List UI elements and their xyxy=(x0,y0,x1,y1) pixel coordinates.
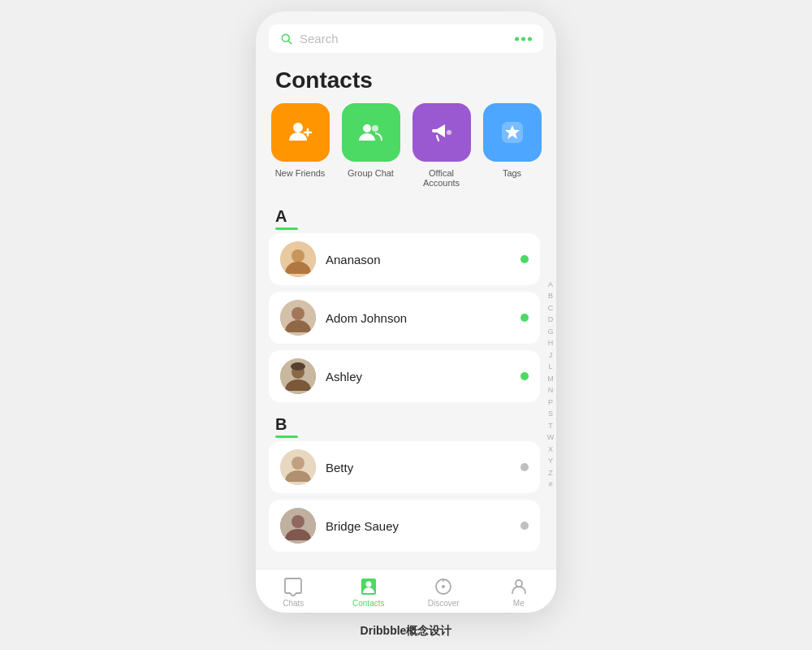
section-header-a: A xyxy=(269,201,540,233)
phone-frame: Search Contacts New Frien xyxy=(256,11,556,613)
alpha-letter-M[interactable]: M xyxy=(545,374,556,385)
avatar-image-betty xyxy=(280,449,316,485)
contact-name-adom: Adom Johnson xyxy=(326,311,511,325)
tags-label: Tags xyxy=(503,168,521,178)
new-friends-label: New Friends xyxy=(275,168,326,178)
svg-point-16 xyxy=(291,362,305,370)
alpha-letter-D[interactable]: D xyxy=(545,314,556,326)
contact-ashley[interactable]: Ashley xyxy=(269,350,540,402)
group-chat-label: Group Chat xyxy=(348,168,394,178)
contact-name-betty: Betty xyxy=(326,461,511,474)
chat-icon xyxy=(283,576,304,597)
action-official-accounts[interactable]: Offical Accounts xyxy=(410,103,473,188)
contact-adom[interactable]: Adom Johnson xyxy=(269,292,540,344)
search-icon xyxy=(280,32,293,46)
alpha-letter-H[interactable]: H xyxy=(545,338,556,349)
section-underline-a xyxy=(275,228,298,230)
svg-point-5 xyxy=(363,124,371,132)
svg-point-25 xyxy=(443,580,444,582)
status-dot-bridge xyxy=(520,522,529,530)
search-bar[interactable]: Search xyxy=(269,24,543,53)
contact-ananason[interactable]: Ananason xyxy=(269,233,540,285)
alpha-letter-C[interactable]: C xyxy=(545,303,556,314)
nav-contacts[interactable]: Contacts xyxy=(331,576,407,608)
official-accounts-label: Offical Accounts xyxy=(410,168,473,188)
bottom-nav: Chats Contacts xyxy=(256,569,556,613)
alpha-letter-#[interactable]: # xyxy=(545,479,556,491)
contact-name-ananason: Ananason xyxy=(326,253,511,266)
page-title: Contacts xyxy=(256,53,556,103)
group-chat-icon-box xyxy=(342,103,400,162)
status-dot-ashley xyxy=(520,372,529,380)
svg-point-22 xyxy=(365,582,371,587)
search-placeholder: Search xyxy=(300,32,532,46)
nav-discover[interactable]: Discover xyxy=(406,576,482,608)
star-badge-icon xyxy=(498,118,527,147)
contact-name-bridge: Bridge Sauey xyxy=(326,519,511,533)
nav-discover-label: Discover xyxy=(428,599,460,608)
contacts-icon xyxy=(358,576,379,597)
action-new-friends[interactable]: New Friends xyxy=(269,103,331,188)
alpha-letter-G[interactable]: G xyxy=(545,327,556,338)
alpha-letter-A[interactable]: A xyxy=(545,280,556,291)
compass-icon xyxy=(433,576,454,597)
tags-icon-box xyxy=(483,103,542,162)
alpha-letter-B[interactable]: B xyxy=(545,291,556,302)
svg-point-26 xyxy=(516,580,522,587)
avatar-image-ananason xyxy=(280,241,316,277)
avatar-bridge xyxy=(280,508,316,544)
section-underline-b xyxy=(275,436,298,438)
contacts-list: A Ananason xyxy=(256,201,556,569)
alpha-letter-S[interactable]: S xyxy=(545,409,556,420)
nav-chats[interactable]: Chats xyxy=(256,576,331,608)
contact-bridge[interactable]: Bridge Sauey xyxy=(269,500,540,552)
avatar-ananason xyxy=(280,241,316,277)
svg-point-24 xyxy=(442,585,445,588)
svg-point-18 xyxy=(292,457,304,470)
official-accounts-icon-box xyxy=(412,103,471,162)
action-tags[interactable]: Tags xyxy=(481,103,543,188)
nav-contacts-label: Contacts xyxy=(352,599,384,608)
alphabet-sidebar[interactable]: ABCDGHJLMNPSTWXYZ# xyxy=(545,201,556,569)
avatar-image-adom xyxy=(280,300,316,336)
status-dot-betty xyxy=(520,463,529,471)
alpha-letter-J[interactable]: J xyxy=(545,350,556,362)
megaphone-icon xyxy=(427,118,456,147)
svg-point-6 xyxy=(372,125,378,132)
section-header-b: B xyxy=(269,409,540,441)
action-group-chat[interactable]: Group Chat xyxy=(339,103,402,188)
alpha-letter-L[interactable]: L xyxy=(545,362,556,373)
quick-actions: New Friends Group Chat xyxy=(256,103,556,201)
alpha-letter-P[interactable]: P xyxy=(545,397,556,409)
alpha-letter-N[interactable]: N xyxy=(545,385,556,396)
dot-3 xyxy=(528,37,532,41)
alpha-letter-T[interactable]: T xyxy=(545,421,556,432)
more-menu[interactable] xyxy=(515,37,532,41)
contact-betty[interactable]: Betty xyxy=(269,441,540,493)
svg-point-20 xyxy=(292,515,304,528)
avatar-adom xyxy=(280,300,316,336)
alpha-letter-Y[interactable]: Y xyxy=(545,456,556,467)
alpha-letter-Z[interactable]: Z xyxy=(545,468,556,479)
avatar-image-bridge xyxy=(280,508,316,544)
nav-me-label: Me xyxy=(513,599,525,608)
group-icon xyxy=(356,118,386,147)
person-icon xyxy=(508,576,529,597)
nav-chats-label: Chats xyxy=(283,599,304,608)
person-add-icon xyxy=(286,118,315,147)
status-dot-ananason xyxy=(520,255,529,263)
svg-point-13 xyxy=(292,307,304,320)
avatar-image-ashley xyxy=(280,358,316,394)
dot-2 xyxy=(521,37,525,41)
svg-point-7 xyxy=(447,130,451,135)
dot-1 xyxy=(515,37,519,41)
svg-point-11 xyxy=(292,249,304,262)
alpha-letter-X[interactable]: X xyxy=(545,444,556,456)
svg-line-1 xyxy=(288,41,292,44)
svg-point-2 xyxy=(293,123,303,132)
nav-me[interactable]: Me xyxy=(482,576,557,608)
new-friends-icon-box xyxy=(271,103,330,162)
footer-caption: Dribbble概念设计 xyxy=(361,624,452,639)
alpha-letter-W[interactable]: W xyxy=(545,432,556,444)
contact-name-ashley: Ashley xyxy=(326,370,511,384)
